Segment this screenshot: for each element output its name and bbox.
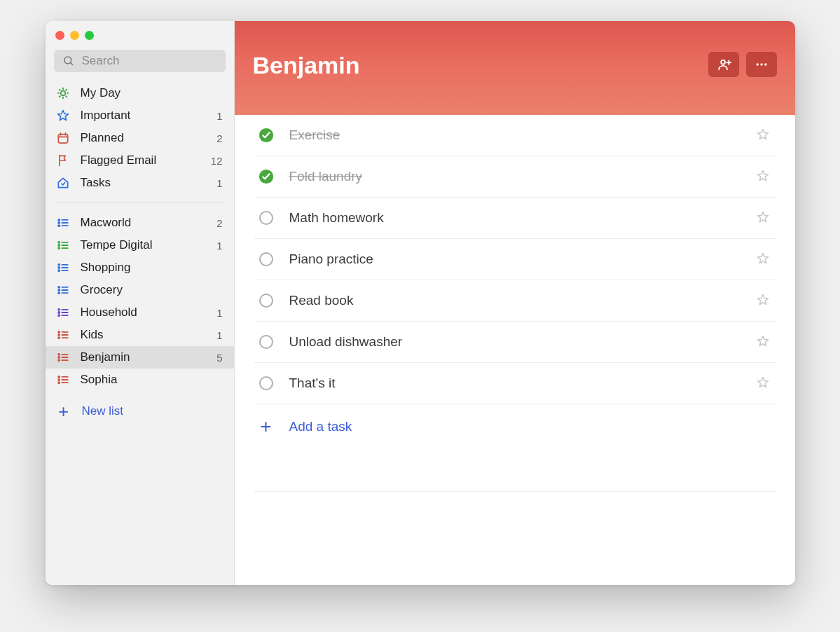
add-task-button[interactable]: + Add a task [254, 404, 776, 449]
sidebar-item-important[interactable]: Important 1 [46, 104, 234, 127]
sidebar-item-label: Kids [81, 328, 207, 342]
svg-point-64 [721, 60, 725, 64]
svg-point-28 [58, 264, 60, 266]
tasks-icon [55, 175, 71, 191]
share-list-button[interactable] [708, 52, 739, 77]
svg-point-36 [58, 292, 60, 294]
svg-point-60 [58, 382, 60, 383]
important-icon [55, 108, 71, 123]
task-complete-circle-icon[interactable] [259, 210, 274, 226]
task-complete-circle-icon[interactable] [259, 334, 274, 350]
svg-point-47 [58, 334, 60, 336]
task-row[interactable]: Exercise [254, 115, 776, 156]
star-icon[interactable] [756, 210, 771, 226]
svg-point-54 [58, 359, 60, 361]
sidebar-item-grocery[interactable]: Grocery [46, 279, 234, 301]
zoom-window-button[interactable] [85, 31, 94, 40]
svg-point-40 [58, 309, 60, 310]
list-icon [55, 282, 71, 298]
task-row[interactable]: Piano practice [254, 239, 776, 280]
task-title: Unload dishwasher [289, 334, 741, 350]
star-icon[interactable] [756, 169, 771, 184]
star-icon[interactable] [756, 376, 771, 391]
task-complete-checkmark-icon[interactable] [259, 128, 274, 143]
sidebar-item-myday[interactable]: My Day [46, 82, 234, 104]
svg-point-68 [760, 63, 762, 65]
star-icon[interactable] [756, 334, 771, 350]
task-title: Exercise [289, 128, 741, 143]
minimize-window-button[interactable] [70, 31, 79, 40]
list-options-button[interactable] [746, 52, 777, 77]
sidebar-item-label: Household [81, 305, 207, 320]
svg-point-67 [756, 63, 758, 65]
svg-marker-73 [757, 171, 768, 181]
svg-marker-11 [57, 111, 68, 121]
svg-point-35 [58, 289, 60, 291]
task-row[interactable]: That's it [254, 363, 776, 404]
close-window-button[interactable] [55, 31, 64, 40]
list-icon [55, 260, 71, 275]
svg-line-8 [66, 96, 67, 97]
task-complete-checkmark-icon[interactable] [259, 169, 274, 184]
svg-marker-77 [757, 336, 768, 346]
star-icon[interactable] [756, 128, 771, 143]
sidebar-item-flagged[interactable]: Flagged Email 12 [46, 149, 234, 172]
plus-icon: + [57, 402, 71, 420]
task-row[interactable]: Fold laundry [254, 156, 776, 198]
sidebar-item-label: Tempe Digital [81, 238, 207, 252]
svg-point-17 [58, 222, 60, 224]
header-actions [708, 52, 777, 77]
svg-point-2 [60, 91, 65, 96]
sidebar-item-tasks[interactable]: Tasks 1 [46, 172, 234, 194]
sidebar-item-sophia[interactable]: Sophia [46, 369, 234, 391]
svg-point-29 [58, 267, 60, 268]
list-icon [55, 305, 71, 320]
svg-point-30 [58, 270, 60, 271]
myday-icon [55, 85, 71, 101]
list-icon [55, 372, 71, 387]
star-icon[interactable] [756, 252, 771, 267]
sidebar-item-tempe[interactable]: Tempe Digital 1 [46, 234, 234, 256]
sidebar-item-macworld[interactable]: Macworld 2 [46, 212, 234, 234]
svg-marker-78 [757, 378, 768, 387]
search-input[interactable] [82, 54, 217, 68]
sidebar-item-count: 1 [216, 177, 223, 189]
task-title: Read book [289, 293, 741, 308]
search-box[interactable] [54, 50, 226, 72]
svg-marker-76 [757, 295, 768, 305]
sidebar-item-label: Tasks [81, 176, 207, 190]
flagged-icon [55, 153, 71, 168]
sidebar-item-label: My Day [81, 86, 224, 100]
sidebar-item-count: 5 [216, 352, 223, 364]
task-row[interactable]: Read book [254, 280, 776, 322]
list-header: Benjamin [235, 21, 795, 115]
task-complete-circle-icon[interactable] [259, 376, 274, 391]
task-complete-circle-icon[interactable] [259, 293, 274, 308]
planned-icon [55, 130, 71, 146]
sidebar-item-household[interactable]: Household 1 [46, 301, 234, 324]
sidebar-item-count: 2 [216, 132, 223, 144]
svg-marker-74 [757, 212, 768, 222]
sidebar-item-benjamin[interactable]: Benjamin 5 [46, 346, 234, 369]
sidebar-item-kids[interactable]: Kids 1 [46, 324, 234, 346]
divider [254, 491, 776, 492]
sidebar-item-planned[interactable]: Planned 2 [46, 127, 234, 149]
sidebar-item-shopping[interactable]: Shopping [46, 256, 234, 279]
star-icon[interactable] [756, 293, 771, 308]
task-complete-circle-icon[interactable] [259, 252, 274, 267]
new-list-button[interactable]: + New list [46, 395, 234, 427]
svg-point-46 [58, 331, 60, 333]
sidebar-item-label: Grocery [81, 283, 224, 297]
app-window: My Day Important 1 Planned 2 Flagged Ema… [46, 21, 795, 585]
task-title: Piano practice [289, 252, 741, 267]
svg-point-42 [58, 315, 60, 316]
task-title: That's it [289, 376, 741, 391]
window-controls [46, 21, 234, 47]
main-panel: Benjamin [235, 21, 795, 585]
task-row[interactable]: Unload dishwasher [254, 322, 776, 363]
task-row[interactable]: Math homework [254, 198, 776, 239]
task-title: Fold laundry [289, 169, 741, 184]
svg-point-52 [58, 354, 60, 355]
svg-point-53 [58, 357, 60, 358]
svg-line-1 [70, 62, 73, 65]
